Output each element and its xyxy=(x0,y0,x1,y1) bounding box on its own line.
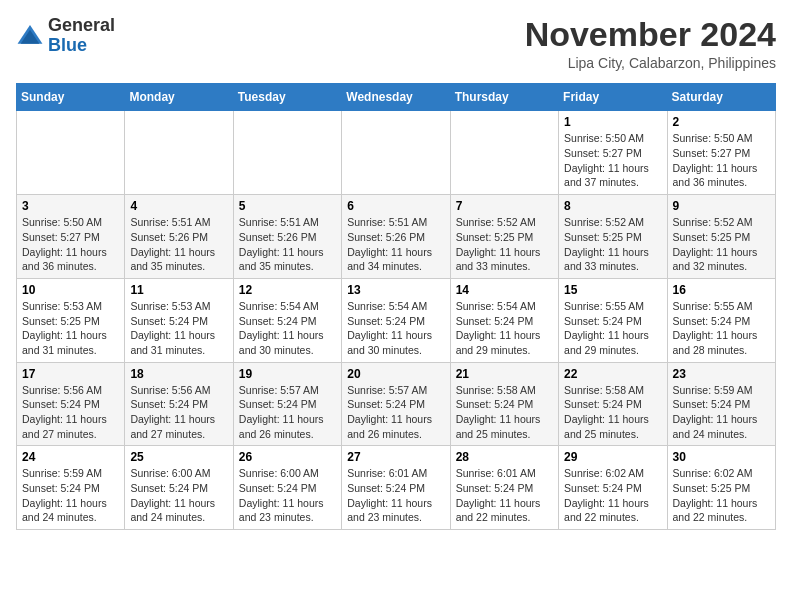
day-number: 24 xyxy=(22,450,119,464)
month-year: November 2024 xyxy=(525,16,776,53)
logo-blue: Blue xyxy=(48,35,87,55)
col-header-sunday: Sunday xyxy=(17,84,125,111)
day-number: 12 xyxy=(239,283,336,297)
day-info: Sunrise: 5:55 AM Sunset: 5:24 PM Dayligh… xyxy=(673,299,770,358)
calendar-cell: 16Sunrise: 5:55 AM Sunset: 5:24 PM Dayli… xyxy=(667,278,775,362)
calendar-cell: 15Sunrise: 5:55 AM Sunset: 5:24 PM Dayli… xyxy=(559,278,667,362)
day-number: 13 xyxy=(347,283,444,297)
day-number: 21 xyxy=(456,367,553,381)
day-number: 19 xyxy=(239,367,336,381)
calendar-cell: 30Sunrise: 6:02 AM Sunset: 5:25 PM Dayli… xyxy=(667,446,775,530)
day-number: 15 xyxy=(564,283,661,297)
day-info: Sunrise: 5:51 AM Sunset: 5:26 PM Dayligh… xyxy=(130,215,227,274)
day-number: 17 xyxy=(22,367,119,381)
day-info: Sunrise: 5:58 AM Sunset: 5:24 PM Dayligh… xyxy=(456,383,553,442)
day-info: Sunrise: 5:52 AM Sunset: 5:25 PM Dayligh… xyxy=(456,215,553,274)
day-number: 7 xyxy=(456,199,553,213)
calendar-cell: 12Sunrise: 5:54 AM Sunset: 5:24 PM Dayli… xyxy=(233,278,341,362)
calendar-cell: 26Sunrise: 6:00 AM Sunset: 5:24 PM Dayli… xyxy=(233,446,341,530)
day-number: 23 xyxy=(673,367,770,381)
day-number: 14 xyxy=(456,283,553,297)
calendar-week-2: 3Sunrise: 5:50 AM Sunset: 5:27 PM Daylig… xyxy=(17,195,776,279)
page-header: General Blue November 2024 Lipa City, Ca… xyxy=(16,16,776,71)
location: Lipa City, Calabarzon, Philippines xyxy=(525,55,776,71)
day-info: Sunrise: 5:58 AM Sunset: 5:24 PM Dayligh… xyxy=(564,383,661,442)
calendar-cell: 13Sunrise: 5:54 AM Sunset: 5:24 PM Dayli… xyxy=(342,278,450,362)
calendar-cell: 7Sunrise: 5:52 AM Sunset: 5:25 PM Daylig… xyxy=(450,195,558,279)
day-number: 16 xyxy=(673,283,770,297)
title-block: November 2024 Lipa City, Calabarzon, Phi… xyxy=(525,16,776,71)
logo-icon xyxy=(16,22,44,50)
day-number: 28 xyxy=(456,450,553,464)
calendar-week-4: 17Sunrise: 5:56 AM Sunset: 5:24 PM Dayli… xyxy=(17,362,776,446)
calendar-week-5: 24Sunrise: 5:59 AM Sunset: 5:24 PM Dayli… xyxy=(17,446,776,530)
day-number: 9 xyxy=(673,199,770,213)
day-number: 25 xyxy=(130,450,227,464)
calendar-cell: 28Sunrise: 6:01 AM Sunset: 5:24 PM Dayli… xyxy=(450,446,558,530)
day-number: 29 xyxy=(564,450,661,464)
col-header-friday: Friday xyxy=(559,84,667,111)
day-number: 5 xyxy=(239,199,336,213)
calendar-header-row: SundayMondayTuesdayWednesdayThursdayFrid… xyxy=(17,84,776,111)
day-info: Sunrise: 6:01 AM Sunset: 5:24 PM Dayligh… xyxy=(456,466,553,525)
day-number: 26 xyxy=(239,450,336,464)
col-header-wednesday: Wednesday xyxy=(342,84,450,111)
day-number: 8 xyxy=(564,199,661,213)
calendar-cell: 29Sunrise: 6:02 AM Sunset: 5:24 PM Dayli… xyxy=(559,446,667,530)
calendar-cell xyxy=(342,111,450,195)
calendar-cell: 11Sunrise: 5:53 AM Sunset: 5:24 PM Dayli… xyxy=(125,278,233,362)
day-info: Sunrise: 5:57 AM Sunset: 5:24 PM Dayligh… xyxy=(239,383,336,442)
calendar-cell: 20Sunrise: 5:57 AM Sunset: 5:24 PM Dayli… xyxy=(342,362,450,446)
day-info: Sunrise: 5:56 AM Sunset: 5:24 PM Dayligh… xyxy=(130,383,227,442)
day-info: Sunrise: 5:53 AM Sunset: 5:25 PM Dayligh… xyxy=(22,299,119,358)
calendar-cell: 2Sunrise: 5:50 AM Sunset: 5:27 PM Daylig… xyxy=(667,111,775,195)
col-header-tuesday: Tuesday xyxy=(233,84,341,111)
day-info: Sunrise: 5:53 AM Sunset: 5:24 PM Dayligh… xyxy=(130,299,227,358)
calendar-cell: 18Sunrise: 5:56 AM Sunset: 5:24 PM Dayli… xyxy=(125,362,233,446)
day-info: Sunrise: 5:52 AM Sunset: 5:25 PM Dayligh… xyxy=(673,215,770,274)
day-info: Sunrise: 6:02 AM Sunset: 5:24 PM Dayligh… xyxy=(564,466,661,525)
day-info: Sunrise: 5:50 AM Sunset: 5:27 PM Dayligh… xyxy=(564,131,661,190)
day-number: 3 xyxy=(22,199,119,213)
calendar-cell: 9Sunrise: 5:52 AM Sunset: 5:25 PM Daylig… xyxy=(667,195,775,279)
day-info: Sunrise: 5:50 AM Sunset: 5:27 PM Dayligh… xyxy=(22,215,119,274)
day-number: 30 xyxy=(673,450,770,464)
day-info: Sunrise: 6:00 AM Sunset: 5:24 PM Dayligh… xyxy=(239,466,336,525)
calendar-cell: 14Sunrise: 5:54 AM Sunset: 5:24 PM Dayli… xyxy=(450,278,558,362)
calendar-cell xyxy=(17,111,125,195)
col-header-monday: Monday xyxy=(125,84,233,111)
calendar-cell: 8Sunrise: 5:52 AM Sunset: 5:25 PM Daylig… xyxy=(559,195,667,279)
day-info: Sunrise: 5:59 AM Sunset: 5:24 PM Dayligh… xyxy=(22,466,119,525)
day-number: 27 xyxy=(347,450,444,464)
calendar-cell: 4Sunrise: 5:51 AM Sunset: 5:26 PM Daylig… xyxy=(125,195,233,279)
day-info: Sunrise: 6:01 AM Sunset: 5:24 PM Dayligh… xyxy=(347,466,444,525)
day-number: 20 xyxy=(347,367,444,381)
calendar-cell: 24Sunrise: 5:59 AM Sunset: 5:24 PM Dayli… xyxy=(17,446,125,530)
calendar-cell: 23Sunrise: 5:59 AM Sunset: 5:24 PM Dayli… xyxy=(667,362,775,446)
day-info: Sunrise: 6:02 AM Sunset: 5:25 PM Dayligh… xyxy=(673,466,770,525)
calendar-cell: 5Sunrise: 5:51 AM Sunset: 5:26 PM Daylig… xyxy=(233,195,341,279)
day-info: Sunrise: 5:55 AM Sunset: 5:24 PM Dayligh… xyxy=(564,299,661,358)
day-number: 10 xyxy=(22,283,119,297)
logo-general: General xyxy=(48,15,115,35)
day-info: Sunrise: 5:51 AM Sunset: 5:26 PM Dayligh… xyxy=(347,215,444,274)
calendar-cell: 6Sunrise: 5:51 AM Sunset: 5:26 PM Daylig… xyxy=(342,195,450,279)
day-number: 1 xyxy=(564,115,661,129)
day-number: 18 xyxy=(130,367,227,381)
day-info: Sunrise: 5:54 AM Sunset: 5:24 PM Dayligh… xyxy=(456,299,553,358)
calendar-cell: 17Sunrise: 5:56 AM Sunset: 5:24 PM Dayli… xyxy=(17,362,125,446)
calendar-cell: 19Sunrise: 5:57 AM Sunset: 5:24 PM Dayli… xyxy=(233,362,341,446)
day-info: Sunrise: 6:00 AM Sunset: 5:24 PM Dayligh… xyxy=(130,466,227,525)
calendar-cell xyxy=(125,111,233,195)
day-info: Sunrise: 5:59 AM Sunset: 5:24 PM Dayligh… xyxy=(673,383,770,442)
calendar-week-3: 10Sunrise: 5:53 AM Sunset: 5:25 PM Dayli… xyxy=(17,278,776,362)
day-info: Sunrise: 5:54 AM Sunset: 5:24 PM Dayligh… xyxy=(347,299,444,358)
day-info: Sunrise: 5:52 AM Sunset: 5:25 PM Dayligh… xyxy=(564,215,661,274)
day-info: Sunrise: 5:51 AM Sunset: 5:26 PM Dayligh… xyxy=(239,215,336,274)
calendar-cell: 3Sunrise: 5:50 AM Sunset: 5:27 PM Daylig… xyxy=(17,195,125,279)
calendar-cell: 1Sunrise: 5:50 AM Sunset: 5:27 PM Daylig… xyxy=(559,111,667,195)
day-info: Sunrise: 5:54 AM Sunset: 5:24 PM Dayligh… xyxy=(239,299,336,358)
calendar-cell: 25Sunrise: 6:00 AM Sunset: 5:24 PM Dayli… xyxy=(125,446,233,530)
calendar-week-1: 1Sunrise: 5:50 AM Sunset: 5:27 PM Daylig… xyxy=(17,111,776,195)
day-info: Sunrise: 5:50 AM Sunset: 5:27 PM Dayligh… xyxy=(673,131,770,190)
